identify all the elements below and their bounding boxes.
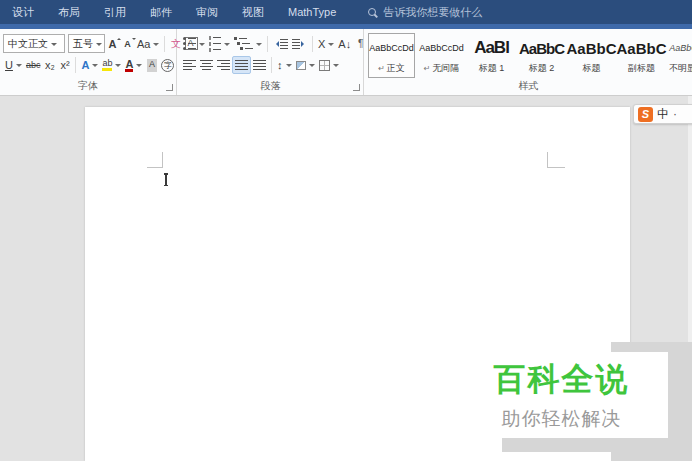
strikethrough-button[interactable]: abc — [24, 56, 43, 74]
superscript-button[interactable]: x² — [57, 56, 72, 74]
font-group: 中文正文 五号 A A Aa 文 A U abc x₂ x² A ab A A … — [0, 29, 177, 95]
increase-indent-icon — [292, 39, 307, 49]
sort-icon: A↓ — [338, 38, 351, 50]
style-no-spacing[interactable]: AaBbCcDd ↵无间隔 — [418, 33, 465, 78]
style-normal[interactable]: AaBbCcDd ↵正文 — [368, 33, 415, 78]
borders-icon — [319, 60, 330, 71]
tab-references[interactable]: 引用 — [104, 5, 126, 20]
separator — [271, 57, 272, 73]
tab-mailings[interactable]: 邮件 — [150, 5, 172, 20]
paragraph-group: X A↓ ¶ ↕ 段落 — [178, 29, 364, 95]
tab-label: 引用 — [104, 6, 126, 18]
shading-button[interactable] — [294, 56, 317, 74]
ime-status-bar[interactable]: S 中 · — [633, 104, 692, 124]
multilevel-list-button[interactable] — [232, 35, 264, 53]
font-size-combo[interactable]: 五号 — [68, 34, 105, 53]
highlight-color-button[interactable]: ab — [100, 56, 123, 74]
separator — [312, 36, 313, 52]
tab-mathtype[interactable]: MathType — [288, 6, 336, 18]
pilcrow-icon: ¶ — [358, 38, 363, 49]
text-effects-button[interactable]: A — [79, 56, 100, 74]
bullets-button[interactable] — [181, 35, 207, 53]
font-size-value: 五号 — [73, 37, 93, 51]
ime-mode-chinese[interactable]: 中 — [657, 106, 669, 123]
shrink-font-button[interactable]: A — [120, 35, 135, 53]
style-name: 无间隔 — [432, 62, 459, 75]
style-preview: AaBbC — [567, 34, 617, 62]
tab-label: 视图 — [242, 6, 264, 18]
sogou-logo-icon: S — [638, 107, 653, 122]
margin-crop-mark-left — [147, 152, 163, 168]
style-name: 标题 1 — [479, 62, 505, 75]
font-color-button[interactable]: A — [123, 56, 144, 74]
change-case-button[interactable]: Aa — [135, 35, 161, 53]
style-subtitle[interactable]: AaBbC 副标题 — [618, 33, 665, 78]
sort-button[interactable]: A↓ — [336, 35, 353, 53]
decrease-indent-icon — [273, 39, 288, 49]
enclose-characters-button[interactable]: 字 — [159, 56, 176, 74]
grow-font-button[interactable]: A — [105, 35, 120, 53]
borders-button[interactable] — [317, 56, 341, 74]
tab-label: 审阅 — [196, 6, 218, 18]
word-window: 设计 布局 引用 邮件 审阅 视图 MathType 告诉我你想要做什么 中文正… — [0, 0, 692, 461]
numbering-icon — [209, 36, 221, 52]
style-name: 不明显强调 — [669, 62, 692, 75]
search-placeholder: 告诉我你想要做什么 — [383, 5, 482, 20]
separator — [267, 36, 268, 52]
multilevel-list-icon — [234, 37, 253, 50]
decrease-indent-button[interactable] — [271, 35, 290, 53]
distribute-icon — [253, 60, 266, 70]
subscript-button[interactable]: x₂ — [42, 56, 57, 74]
font-dialog-launcher[interactable] — [166, 84, 173, 91]
superscript-icon: x² — [60, 59, 69, 71]
style-name: 正文 — [387, 62, 405, 75]
style-mark: ↵ — [378, 64, 385, 73]
style-name: 标题 — [583, 62, 601, 75]
numbering-button[interactable] — [207, 35, 232, 53]
underline-button[interactable]: U — [3, 56, 24, 74]
tell-me-search[interactable]: 告诉我你想要做什么 — [368, 5, 482, 20]
tab-design[interactable]: 设计 — [12, 5, 34, 20]
style-preview: AaBbC — [519, 34, 564, 62]
style-subtle-emphasis[interactable]: AaBbCcDd 不明显强调 — [668, 33, 692, 78]
font-name-value: 中文正文 — [8, 37, 48, 51]
tab-layout[interactable]: 布局 — [58, 5, 80, 20]
separator — [164, 36, 165, 52]
align-left-icon — [183, 60, 196, 70]
style-title[interactable]: AaBbC 标题 — [568, 33, 615, 78]
justify-icon — [235, 60, 248, 70]
increase-indent-button[interactable] — [290, 35, 309, 53]
distribute-button[interactable] — [251, 56, 268, 74]
paragraph-group-label: 段落 — [178, 79, 363, 93]
watermark-gray-shadow — [502, 438, 668, 452]
character-shading-icon: A — [147, 59, 157, 72]
underline-icon: U — [5, 59, 13, 71]
tab-label: 设计 — [12, 6, 34, 18]
paragraph-dialog-launcher[interactable] — [353, 84, 360, 91]
style-mark: ↵ — [424, 64, 431, 73]
align-left-button[interactable] — [181, 56, 198, 74]
styles-gallery: AaBbCcDd ↵正文 AaBbCcDd ↵无间隔 AaBl 标题 1 AaB… — [368, 33, 692, 78]
tab-view[interactable]: 视图 — [242, 5, 264, 20]
change-case-icon: Aa — [137, 38, 150, 50]
text-cursor — [165, 173, 167, 186]
style-heading1[interactable]: AaBl 标题 1 — [468, 33, 515, 78]
style-heading2[interactable]: AaBbC 标题 2 — [518, 33, 565, 78]
watermark-card: 百科全说 助你轻松解决 — [455, 352, 668, 438]
separator — [75, 57, 76, 73]
style-preview: AaBbC — [617, 34, 667, 62]
shading-icon — [296, 61, 306, 70]
character-shading-button[interactable]: A — [144, 56, 159, 74]
asian-layout-button[interactable]: X — [316, 35, 336, 53]
style-preview: AaBbCcDd — [669, 34, 692, 62]
tab-label: 邮件 — [150, 6, 172, 18]
line-spacing-button[interactable]: ↕ — [275, 56, 294, 74]
align-right-button[interactable] — [215, 56, 232, 74]
tab-label: 布局 — [58, 6, 80, 18]
text-effects-icon: A — [81, 59, 89, 71]
tab-review[interactable]: 审阅 — [196, 5, 218, 20]
font-name-combo[interactable]: 中文正文 — [3, 34, 65, 53]
align-center-button[interactable] — [198, 56, 215, 74]
justify-button[interactable] — [232, 56, 251, 74]
style-preview: AaBl — [474, 34, 509, 62]
